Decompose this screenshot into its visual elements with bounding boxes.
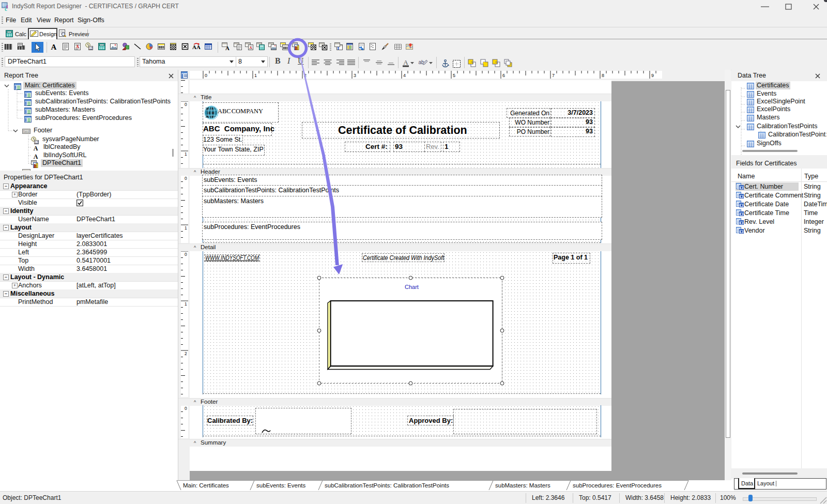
svg-text:0: 0 [185,252,187,257]
svg-text:c: c [5,6,7,11]
svg-text:A: A [225,45,229,51]
svg-text:12: 12 [89,47,93,50]
svg-text:A: A [403,59,408,66]
svg-text:1: 1 [185,151,187,157]
svg-text:A: A [249,45,252,50]
svg-text:1: 1 [185,301,187,307]
svg-text:1: 1 [185,225,187,231]
svg-text:12: 12 [35,141,39,144]
svg-text:2: 2 [304,73,307,78]
svg-text:A: A [51,43,57,51]
svg-text:3: 3 [354,73,356,78]
svg-text:7: 7 [552,73,555,78]
svg-text:0: 0 [205,73,207,78]
svg-text:A: A [76,44,79,49]
svg-text:6: 6 [502,73,505,78]
svg-text:5: 5 [453,73,455,78]
svg-text:A: A [196,44,201,50]
svg-text:0: 0 [185,406,187,411]
svg-text:A: A [192,44,196,50]
svg-text:A: A [34,153,38,160]
svg-text:8: 8 [602,73,604,78]
svg-text:9: 9 [651,73,654,78]
svg-text:2: 2 [185,351,187,356]
svg-text:0: 0 [185,102,187,107]
svg-text:1: 1 [254,73,257,78]
svg-text:4: 4 [403,73,406,78]
svg-text:band: band [24,130,29,133]
svg-text:0: 0 [185,176,187,181]
svg-text:A: A [34,145,38,152]
